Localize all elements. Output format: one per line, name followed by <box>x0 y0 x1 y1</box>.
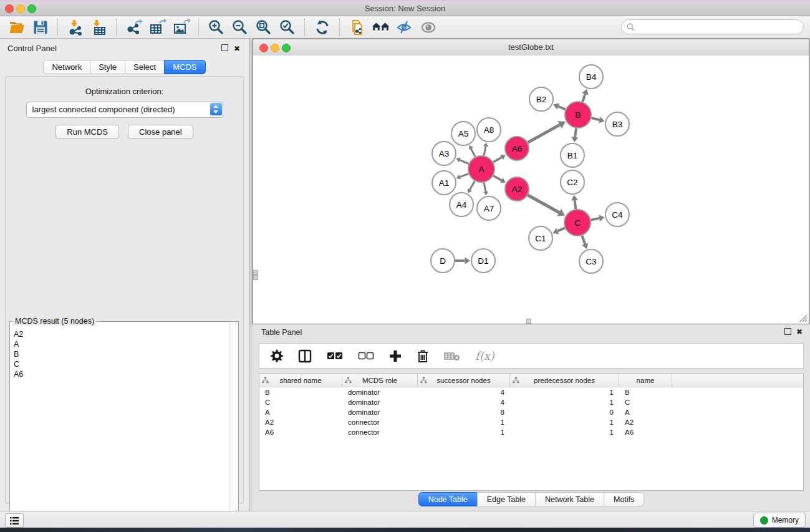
tab-select[interactable]: Select <box>125 60 165 74</box>
network-window-titlebar[interactable]: testGlobe.txt <box>253 39 809 56</box>
graph-edge[interactable] <box>591 218 600 220</box>
table-cell[interactable]: A6 <box>259 428 342 436</box>
graph-edge[interactable] <box>558 106 566 109</box>
tab-network[interactable]: Network <box>43 60 90 74</box>
table-cell[interactable]: 1 <box>510 418 619 426</box>
save-session-button[interactable] <box>31 18 50 37</box>
memory-button[interactable]: Memory <box>753 513 806 528</box>
graph-edge[interactable] <box>460 160 468 164</box>
graph-edge[interactable] <box>484 147 486 156</box>
scrollbar-stub-icon[interactable] <box>526 319 531 324</box>
table-cell[interactable]: 4 <box>418 389 510 396</box>
graph-edge[interactable] <box>582 236 585 244</box>
network-canvas[interactable]: A5A8A3A1A4A7AA6A2BB2B4B3B1CC2C4C1C3DD1 <box>253 56 809 324</box>
tab-edge-table[interactable]: Edge Table <box>477 492 536 506</box>
graph-edge[interactable] <box>575 128 576 137</box>
add-column-button[interactable] <box>389 350 402 362</box>
table-cell[interactable]: connector <box>342 418 418 426</box>
vizmapper-hide-button[interactable] <box>395 18 414 37</box>
table-row[interactable]: Cdominator41C <box>259 397 803 407</box>
network-graph[interactable]: A5A8A3A1A4A7AA6A2BB2B4B3B1CC2C4C1C3DD1 <box>253 56 809 324</box>
table-row[interactable]: Bdominator41B <box>259 387 803 397</box>
delete-table-button[interactable] <box>444 351 460 362</box>
table-cell[interactable]: 1 <box>510 428 619 436</box>
graph-edge[interactable] <box>557 228 565 231</box>
table-cell[interactable]: A2 <box>259 418 342 426</box>
show-task-history-button[interactable] <box>5 513 24 528</box>
tab-motifs[interactable]: Motifs <box>604 492 644 506</box>
eye-button[interactable] <box>419 18 438 37</box>
result-item[interactable]: A2 <box>14 329 230 339</box>
column-header-successor-nodes[interactable]: successor nodes <box>418 374 510 387</box>
export-network-button[interactable] <box>125 18 143 37</box>
table-cell[interactable]: 1 <box>510 399 619 406</box>
graph-edge[interactable] <box>471 148 475 157</box>
table-cell[interactable]: A <box>619 409 672 416</box>
home-button[interactable] <box>372 18 390 37</box>
result-item[interactable]: A6 <box>14 369 230 379</box>
table-cell[interactable]: 1 <box>510 389 619 396</box>
table-row[interactable]: A2connector11A2 <box>259 417 803 427</box>
export-image-button[interactable] <box>172 18 191 37</box>
table-cell[interactable]: 1 <box>418 418 510 426</box>
table-cell[interactable]: A <box>259 409 342 416</box>
clone-network-button[interactable] <box>348 18 367 37</box>
zoom-in-button[interactable] <box>207 18 226 37</box>
split-columns-button[interactable] <box>298 349 312 363</box>
optimization-criterion-dropdown[interactable]: largest connected component (directed) <box>26 102 223 118</box>
table-cell[interactable]: A6 <box>619 428 672 436</box>
scrollbar-stub-icon[interactable] <box>253 270 258 275</box>
tab-style[interactable]: Style <box>90 60 125 74</box>
table-settings-button[interactable] <box>269 349 283 363</box>
table-cell[interactable]: 4 <box>418 399 510 406</box>
column-header-shared-name[interactable]: shared name <box>259 374 342 387</box>
table-cell[interactable]: A2 <box>619 418 672 426</box>
search-input[interactable] <box>637 22 796 32</box>
graph-edge[interactable] <box>493 176 501 180</box>
zoom-selected-button[interactable] <box>278 18 297 37</box>
table-cell[interactable]: dominator <box>342 399 418 406</box>
table-cell[interactable]: B <box>259 389 342 396</box>
table-cell[interactable]: connector <box>342 428 418 436</box>
float-panel-icon[interactable] <box>784 328 791 337</box>
result-item[interactable]: A <box>14 339 230 349</box>
tab-node-table[interactable]: Node Table <box>418 492 478 506</box>
table-body[interactable]: Bdominator41BCdominator41CAdominator80AA… <box>259 387 803 437</box>
network-zoom-button[interactable] <box>282 44 291 52</box>
tab-network-table[interactable]: Network Table <box>535 492 604 506</box>
deselect-checkboxes-button[interactable] <box>358 352 374 360</box>
table-row[interactable]: A6connector11A6 <box>259 427 803 437</box>
search-box[interactable] <box>621 19 804 34</box>
table-cell[interactable]: dominator <box>342 389 418 396</box>
table-cell[interactable]: 1 <box>418 428 510 436</box>
table-cell[interactable]: 0 <box>510 409 619 416</box>
table-row[interactable]: Adominator80A <box>259 407 803 417</box>
graph-edge[interactable] <box>484 183 486 192</box>
column-header-name[interactable]: name <box>619 374 672 387</box>
close-panel-icon[interactable]: ✖ <box>796 327 803 336</box>
graph-edge[interactable] <box>528 125 560 142</box>
result-list-scrollbar[interactable] <box>229 322 238 532</box>
import-table-button[interactable] <box>90 18 108 37</box>
graph-edge[interactable] <box>575 200 576 209</box>
table-cell[interactable]: C <box>619 399 672 406</box>
table-cell[interactable]: C <box>259 399 342 406</box>
open-session-button[interactable] <box>7 18 26 37</box>
close-window-button[interactable] <box>5 4 14 13</box>
node-table[interactable]: shared nameMCDS rolesuccessor nodesprede… <box>259 374 804 491</box>
float-panel-icon[interactable] <box>221 44 228 53</box>
function-builder-button[interactable]: f(x) <box>475 349 494 362</box>
network-close-button[interactable] <box>259 44 268 52</box>
refresh-button[interactable] <box>313 18 332 37</box>
export-table-button[interactable] <box>148 18 167 37</box>
graph-edge[interactable] <box>591 118 599 120</box>
graph-edge[interactable] <box>528 195 559 213</box>
run-mcds-button[interactable]: Run MCDS <box>55 125 119 139</box>
import-network-button[interactable] <box>66 18 85 37</box>
result-item[interactable]: C <box>14 359 230 369</box>
network-minimize-button[interactable] <box>271 44 279 52</box>
minimize-window-button[interactable] <box>16 4 25 13</box>
zoom-fit-button[interactable] <box>254 18 273 37</box>
tab-mcds[interactable]: MCDS <box>164 60 205 74</box>
zoom-out-button[interactable] <box>231 18 249 37</box>
